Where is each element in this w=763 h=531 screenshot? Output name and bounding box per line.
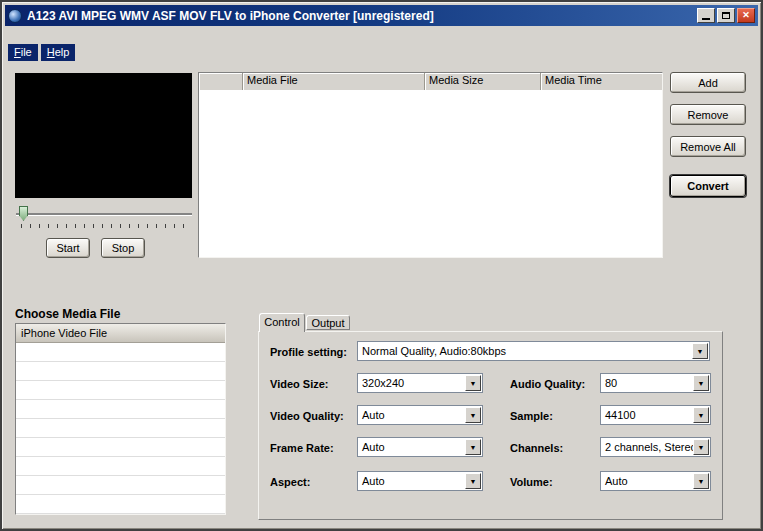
aspect-label: Aspect: bbox=[270, 476, 310, 488]
frame-rate-combo[interactable]: Auto ▼ bbox=[357, 437, 483, 457]
menu-help[interactable]: Help bbox=[41, 44, 76, 61]
chevron-down-icon[interactable]: ▼ bbox=[692, 343, 708, 359]
volume-label: Volume: bbox=[510, 476, 553, 488]
volume-combo[interactable]: Auto ▼ bbox=[600, 471, 711, 491]
remove-all-button[interactable]: Remove All bbox=[670, 136, 746, 157]
list-item-empty bbox=[16, 419, 225, 438]
profile-setting-combo[interactable]: Normal Quality, Audio:80kbps ▼ bbox=[357, 341, 710, 361]
remove-button[interactable]: Remove bbox=[670, 104, 746, 125]
close-button[interactable]: ✕ bbox=[737, 8, 755, 23]
seek-slider-track[interactable] bbox=[16, 213, 192, 215]
media-list-body[interactable] bbox=[199, 90, 662, 257]
chevron-down-icon[interactable]: ▼ bbox=[465, 375, 481, 391]
chevron-down-icon[interactable]: ▼ bbox=[693, 407, 709, 423]
list-item-iphone-video-file[interactable]: iPhone Video File bbox=[16, 324, 225, 343]
column-header-media-time[interactable]: Media Time bbox=[541, 73, 662, 90]
choose-media-file-heading: Choose Media File bbox=[15, 307, 120, 321]
audio-quality-label: Audio Quality: bbox=[510, 378, 585, 390]
aspect-combo[interactable]: Auto ▼ bbox=[357, 471, 483, 491]
maximize-icon bbox=[722, 12, 730, 19]
chevron-down-icon[interactable]: ▼ bbox=[693, 473, 709, 489]
column-header-media-file[interactable]: Media File bbox=[243, 73, 425, 90]
minimize-icon bbox=[702, 18, 710, 20]
media-file-list[interactable]: Media File Media Size Media Time bbox=[198, 72, 663, 258]
tab-control[interactable]: Control bbox=[259, 313, 305, 332]
video-size-label: Video Size: bbox=[270, 378, 328, 390]
minimize-button[interactable] bbox=[697, 8, 715, 23]
media-list-header: Media File Media Size Media Time bbox=[199, 73, 662, 90]
audio-quality-combo[interactable]: 80 ▼ bbox=[600, 373, 711, 393]
chevron-down-icon[interactable]: ▼ bbox=[693, 375, 709, 391]
list-item-empty bbox=[16, 400, 225, 419]
frame-rate-label: Frame Rate: bbox=[270, 442, 334, 454]
list-item-empty bbox=[16, 343, 225, 362]
video-preview bbox=[15, 73, 192, 198]
media-type-listbox[interactable]: iPhone Video File bbox=[15, 323, 226, 515]
maximize-button[interactable] bbox=[717, 8, 735, 23]
menu-file[interactable]: File bbox=[8, 44, 38, 61]
video-size-value: 320x240 bbox=[358, 374, 482, 391]
video-size-combo[interactable]: 320x240 ▼ bbox=[357, 373, 483, 393]
chevron-down-icon[interactable]: ▼ bbox=[465, 407, 481, 423]
list-item-empty bbox=[16, 457, 225, 476]
sample-combo[interactable]: 44100 ▼ bbox=[600, 405, 711, 425]
window-title: A123 AVI MPEG WMV ASF MOV FLV to iPhone … bbox=[27, 9, 695, 23]
video-quality-value: Auto bbox=[358, 406, 482, 423]
aspect-value: Auto bbox=[358, 472, 482, 489]
profile-setting-label: Profile setting: bbox=[270, 346, 347, 358]
channels-combo[interactable]: 2 channels, Stereo ▼ bbox=[600, 437, 711, 457]
chevron-down-icon[interactable]: ▼ bbox=[465, 439, 481, 455]
list-item-empty bbox=[16, 362, 225, 381]
add-button[interactable]: Add bbox=[670, 72, 746, 93]
menu-bar: File Help bbox=[8, 44, 75, 61]
stop-button[interactable]: Stop bbox=[101, 238, 145, 258]
chevron-down-icon[interactable]: ▼ bbox=[465, 473, 481, 489]
start-button[interactable]: Start bbox=[46, 238, 90, 258]
video-quality-combo[interactable]: Auto ▼ bbox=[357, 405, 483, 425]
list-item-empty bbox=[16, 381, 225, 400]
frame-rate-value: Auto bbox=[358, 438, 482, 455]
convert-button[interactable]: Convert bbox=[670, 175, 746, 197]
tab-output[interactable]: Output bbox=[306, 315, 350, 330]
column-header-media-size[interactable]: Media Size bbox=[425, 73, 541, 90]
video-quality-label: Video Quality: bbox=[270, 410, 344, 422]
app-icon bbox=[8, 9, 22, 23]
app-window: A123 AVI MPEG WMV ASF MOV FLV to iPhone … bbox=[0, 0, 763, 531]
sample-label: Sample: bbox=[510, 410, 553, 422]
channels-label: Channels: bbox=[510, 442, 563, 454]
close-icon: ✕ bbox=[742, 11, 750, 20]
list-item-empty bbox=[16, 495, 225, 514]
chevron-down-icon[interactable]: ▼ bbox=[693, 439, 709, 455]
list-item-empty bbox=[16, 438, 225, 457]
seek-slider-thumb[interactable] bbox=[19, 206, 28, 221]
list-item-empty bbox=[16, 476, 225, 495]
seek-slider-ticks bbox=[21, 224, 189, 228]
column-header-blank[interactable] bbox=[199, 73, 243, 90]
profile-setting-value: Normal Quality, Audio:80kbps bbox=[358, 342, 709, 359]
title-bar: A123 AVI MPEG WMV ASF MOV FLV to iPhone … bbox=[5, 5, 758, 26]
